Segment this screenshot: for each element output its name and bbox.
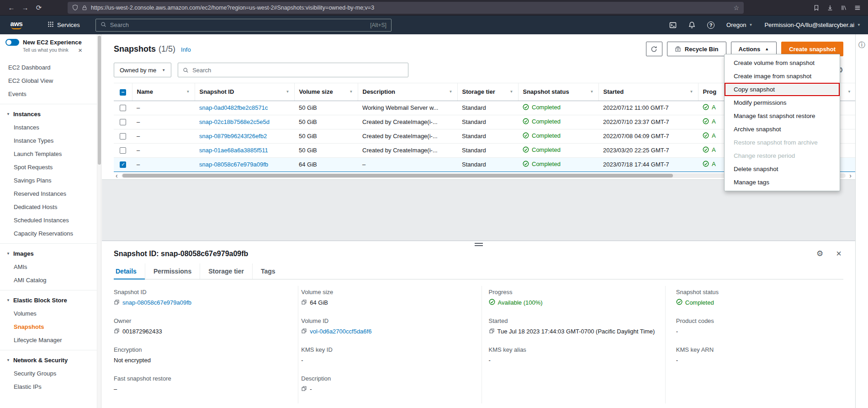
- browser-forward-button[interactable]: →: [19, 2, 31, 14]
- column-header-volume-size[interactable]: Volume size▼: [294, 83, 358, 101]
- value-link[interactable]: vol-0d6a2700ccf5da6f6: [310, 327, 371, 336]
- scroll-right-arrow[interactable]: ›: [847, 172, 853, 179]
- cloudshell-icon[interactable]: [669, 21, 677, 29]
- row-checkbox[interactable]: [120, 119, 126, 125]
- browser-reload-button[interactable]: ⟳: [33, 2, 45, 14]
- help-icon[interactable]: ?: [707, 21, 715, 29]
- sidebar-item-elastic-ips[interactable]: Elastic IPs: [0, 380, 97, 393]
- sidebar-item-savings-plans[interactable]: Savings Plans: [0, 174, 97, 187]
- lock-icon[interactable]: [82, 5, 87, 11]
- filter-icon[interactable]: ▼: [286, 90, 290, 94]
- snapshot-search-input[interactable]: [192, 67, 403, 74]
- row-checkbox[interactable]: [120, 147, 126, 154]
- row-checkbox[interactable]: [120, 133, 126, 140]
- close-icon[interactable]: ×: [78, 46, 82, 54]
- row-checkbox[interactable]: [120, 105, 126, 111]
- filter-icon[interactable]: ▼: [690, 90, 693, 94]
- sidebar-item-instances[interactable]: ▼Instances: [0, 107, 97, 121]
- snapshot-id-link[interactable]: snap-0ad0482fbe2c8571c: [199, 104, 268, 111]
- sidebar-item-snapshots[interactable]: Snapshots: [0, 320, 97, 333]
- refresh-button[interactable]: [646, 42, 662, 56]
- panel-close-icon[interactable]: ×: [836, 248, 842, 259]
- snapshot-search[interactable]: [178, 63, 408, 77]
- bookmark-star-icon[interactable]: ☆: [733, 4, 739, 11]
- sidebar-item-capacity-reservations[interactable]: Capacity Reservations: [0, 227, 97, 240]
- filter-icon[interactable]: ▼: [349, 90, 353, 94]
- library-icon[interactable]: [841, 5, 847, 11]
- column-header-storage-tier[interactable]: Storage tier▼: [457, 83, 518, 101]
- sidebar-item-amis[interactable]: AMIs: [0, 260, 97, 274]
- menu-item-copy-snapshot[interactable]: Copy snapshot: [725, 83, 840, 96]
- copy-icon[interactable]: [114, 299, 120, 305]
- sidebar-item-lifecycle-manager[interactable]: Lifecycle Manager: [0, 333, 97, 347]
- global-search-input[interactable]: [110, 21, 366, 28]
- filter-icon[interactable]: ▼: [449, 90, 453, 94]
- sidebar-item-scheduled-instances[interactable]: Scheduled Instances: [0, 214, 97, 227]
- row-checkbox[interactable]: [120, 161, 126, 168]
- copy-icon[interactable]: [489, 328, 495, 334]
- recycle-bin-button[interactable]: Recycle Bin: [667, 42, 726, 56]
- column-header-snapshot-status[interactable]: Snapshot status▼: [518, 83, 598, 101]
- menu-item-manage-tags[interactable]: Manage tags: [725, 176, 840, 189]
- snapshot-id-link[interactable]: snap-08058c67e979a09fb: [199, 161, 268, 168]
- select-all-checkbox[interactable]: [120, 89, 126, 96]
- tab-tags[interactable]: Tags: [252, 263, 284, 279]
- sidebar-item-ami-catalog[interactable]: AMI Catalog: [0, 274, 97, 287]
- panel-settings-gear-icon[interactable]: ⚙: [816, 249, 823, 258]
- sidebar-item-spot-requests[interactable]: Spot Requests: [0, 161, 97, 174]
- tab-details[interactable]: Details: [114, 263, 145, 279]
- global-search[interactable]: [Alt+S]: [95, 19, 392, 32]
- info-link[interactable]: Info: [181, 46, 191, 53]
- sidebar-item-events[interactable]: Events: [0, 87, 97, 101]
- download-icon[interactable]: [827, 5, 833, 11]
- tab-storage-tier[interactable]: Storage tier: [200, 263, 252, 279]
- browser-back-button[interactable]: ←: [5, 2, 17, 14]
- filter-icon[interactable]: ▼: [590, 90, 594, 94]
- tab-permissions[interactable]: Permissions: [145, 263, 200, 279]
- pocket-icon[interactable]: [813, 5, 820, 11]
- browser-address-bar[interactable]: https://us-west-2.console.aws.amazon.com…: [68, 2, 744, 14]
- scrollbar-thumb[interactable]: [98, 36, 101, 165]
- menu-item-modify-permissions[interactable]: Modify permissions: [725, 96, 840, 109]
- snapshot-id-link[interactable]: snap-02c18b7568e2c5e5d: [199, 118, 270, 125]
- column-header-description[interactable]: Description▼: [358, 83, 457, 101]
- notifications-bell-icon[interactable]: [688, 21, 695, 28]
- copy-icon[interactable]: [301, 328, 307, 334]
- panel-drag-handle[interactable]: [475, 243, 483, 246]
- services-menu[interactable]: Services: [44, 21, 84, 29]
- sidebar-item-instances[interactable]: Instances: [0, 121, 97, 134]
- filter-icon[interactable]: ▼: [510, 90, 513, 94]
- menu-icon[interactable]: [854, 5, 861, 11]
- sidebar-item-elastic-block-store[interactable]: ▼Elastic Block Store: [0, 294, 97, 307]
- copy-icon[interactable]: [301, 386, 307, 392]
- menu-item-manage-fast-snapshot-restore[interactable]: Manage fast snapshot restore: [725, 109, 840, 123]
- snapshot-id-link[interactable]: snap-01ae68a6a3885f511: [199, 147, 268, 154]
- filter-icon[interactable]: ▼: [186, 90, 190, 94]
- new-experience-toggle[interactable]: [5, 39, 19, 46]
- column-header-started[interactable]: Started▼: [598, 83, 698, 101]
- ownership-filter-dropdown[interactable]: Owned by me ▼: [114, 63, 171, 77]
- menu-item-archive-snapshot[interactable]: Archive snapshot: [725, 123, 840, 136]
- sidebar-item-ec2-global-view[interactable]: EC2 Global View: [0, 74, 97, 87]
- sidebar-item-network-security[interactable]: ▼Network & Security: [0, 354, 97, 367]
- region-selector[interactable]: Oregon▼: [726, 21, 752, 28]
- column-header-snapshot-id[interactable]: Snapshot ID▼: [195, 83, 294, 101]
- scroll-left-arrow[interactable]: ‹: [114, 172, 120, 179]
- sidebar-item-images[interactable]: ▼Images: [0, 247, 97, 260]
- value-link[interactable]: snap-08058c67e979a09fb: [122, 299, 191, 307]
- snapshot-id-link[interactable]: snap-0879b96243f26efb2: [199, 133, 267, 140]
- menu-item-create-volume-from-snapshot[interactable]: Create volume from snapshot: [725, 56, 840, 70]
- sidebar-item-volumes[interactable]: Volumes: [0, 307, 97, 320]
- sidebar-item-security-groups[interactable]: Security Groups: [0, 367, 97, 380]
- sidebar-item-reserved-instances[interactable]: Reserved Instances: [0, 187, 97, 200]
- sidebar-item-ec2-dashboard[interactable]: EC2 Dashboard: [0, 61, 97, 74]
- account-menu[interactable]: Permission-QA/llu@stellarcyber.ai▼: [764, 21, 861, 28]
- sidebar-item-dedicated-hosts[interactable]: Dedicated Hosts: [0, 200, 97, 214]
- sidebar-item-instance-types[interactable]: Instance Types: [0, 134, 97, 147]
- sidebar-scrollbar[interactable]: [97, 34, 101, 408]
- scrollbar-thumb[interactable]: [122, 174, 673, 177]
- column-header-name[interactable]: Name▼: [132, 83, 195, 101]
- tracking-shield-icon[interactable]: [72, 5, 78, 11]
- copy-icon[interactable]: [114, 328, 120, 334]
- copy-icon[interactable]: [301, 299, 307, 305]
